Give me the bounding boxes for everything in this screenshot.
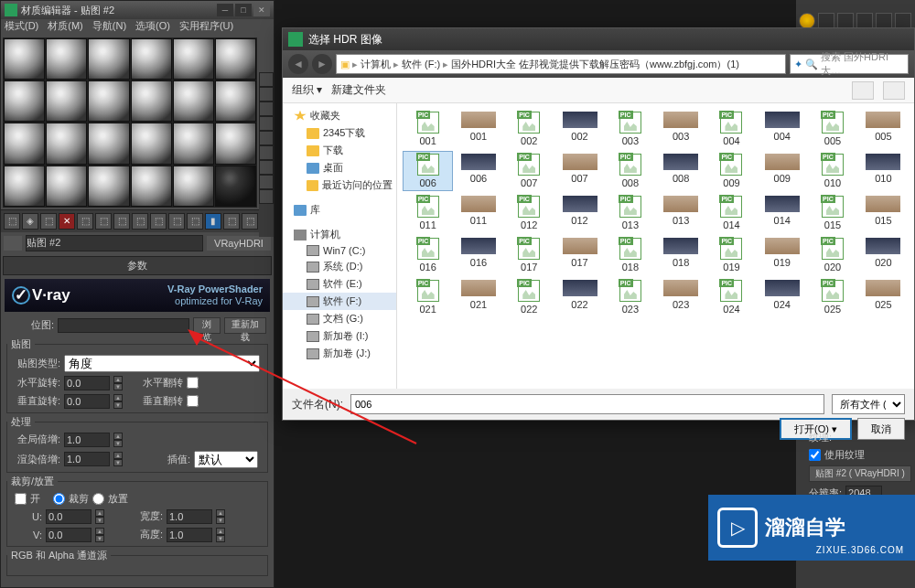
tree-favorites[interactable]: 收藏夹 [283, 107, 396, 124]
file-item[interactable]: 005 [807, 109, 857, 149]
file-item[interactable]: 023 [655, 277, 705, 317]
spin-down[interactable]: ▼ [113, 401, 123, 409]
file-item[interactable]: 014 [706, 193, 757, 233]
w-spinner[interactable]: 1.0 [167, 509, 212, 524]
side-tool[interactable] [259, 175, 274, 189]
tool-btn[interactable]: ⬚ [132, 213, 148, 230]
map-name-input[interactable] [26, 235, 203, 251]
file-item[interactable]: 024 [757, 277, 807, 317]
file-item[interactable]: 025 [807, 277, 857, 317]
file-item[interactable]: 010 [858, 151, 909, 191]
tool-btn[interactable]: ⬚ [113, 213, 130, 230]
organize-button[interactable]: 组织 ▾ [292, 82, 322, 98]
close-button[interactable]: ✕ [253, 4, 270, 16]
side-tool[interactable] [259, 102, 274, 116]
material-slot[interactable] [4, 38, 45, 80]
spin-down[interactable]: ▼ [113, 440, 123, 447]
crop-radio[interactable] [53, 493, 65, 505]
side-tool[interactable] [259, 72, 274, 87]
spin-down[interactable]: ▼ [113, 459, 123, 466]
file-item[interactable]: 018 [605, 235, 655, 275]
tree-drive-g[interactable]: 文档 (G:) [283, 310, 396, 327]
crop-on-checkbox[interactable] [15, 493, 27, 505]
file-item[interactable]: 006 [453, 151, 503, 191]
file-item[interactable]: 016 [403, 235, 453, 275]
tree-libraries[interactable]: 库 [283, 201, 396, 219]
tree-drive-d[interactable]: 系统 (D:) [283, 258, 396, 275]
tool-btn[interactable]: ⬚ [223, 213, 240, 230]
file-item[interactable]: 019 [706, 235, 757, 275]
render-spinner[interactable]: 1.0 [64, 452, 110, 466]
map-type-button[interactable]: VRayHDRI [207, 236, 271, 251]
material-slot[interactable] [215, 38, 256, 80]
file-item[interactable]: 003 [655, 109, 705, 149]
spin-up[interactable]: ▲ [113, 376, 123, 383]
material-slot[interactable] [131, 166, 172, 207]
material-slot[interactable] [46, 166, 87, 207]
map-button[interactable]: 贴图 #2 ( VRayHDRI ) [809, 465, 911, 482]
menu-mode[interactable]: 模式(D) [5, 19, 38, 36]
side-tool[interactable] [259, 189, 274, 204]
filename-input[interactable] [350, 394, 824, 414]
file-item[interactable]: 002 [504, 109, 554, 149]
side-tool[interactable] [259, 131, 274, 145]
back-button[interactable]: ◄ [288, 54, 308, 74]
material-slot[interactable] [173, 38, 214, 80]
spin-up[interactable]: ▲ [95, 509, 104, 517]
file-item[interactable]: 017 [504, 235, 554, 275]
tool-btn[interactable]: ⬚ [40, 213, 57, 230]
material-slot[interactable] [215, 80, 256, 122]
file-item[interactable]: 020 [807, 235, 857, 275]
tool-btn[interactable]: ◈ [22, 213, 38, 230]
side-tool[interactable] [259, 145, 274, 160]
fd-title-bar[interactable]: 选择 HDR 图像 [283, 28, 914, 50]
spin-down[interactable]: ▼ [95, 535, 104, 542]
mat-title-bar[interactable]: 材质编辑器 - 贴图 #2 ─ □ ✕ [1, 1, 274, 19]
search-input[interactable]: ✦ 🔍 搜索 国外HDRI大… [790, 54, 909, 74]
vrot-spinner[interactable]: 0.0 [64, 394, 110, 409]
tool-btn[interactable]: ⬚ [150, 213, 167, 230]
file-item[interactable]: 023 [605, 277, 655, 317]
file-item[interactable]: 005 [858, 109, 909, 149]
file-item[interactable]: 009 [706, 151, 757, 191]
file-item[interactable]: 003 [605, 109, 655, 149]
file-item[interactable]: 012 [554, 193, 605, 233]
side-tool[interactable] [259, 116, 274, 131]
material-slot[interactable] [88, 38, 129, 80]
material-slot[interactable] [4, 80, 45, 122]
material-slot[interactable] [131, 123, 172, 164]
material-slot[interactable] [46, 123, 87, 164]
menu-material[interactable]: 材质(M) [48, 19, 83, 36]
file-item[interactable]: 011 [453, 193, 503, 233]
file-item[interactable]: 015 [807, 193, 857, 233]
file-item[interactable]: 017 [554, 235, 605, 275]
tool-btn[interactable]: ⬚ [168, 213, 185, 230]
material-slot[interactable] [4, 166, 45, 207]
tree-drive-e[interactable]: 软件 (E:) [283, 275, 396, 293]
browse-button[interactable]: 浏览 [193, 317, 221, 334]
spin-down[interactable]: ▼ [216, 535, 225, 542]
file-item[interactable]: 022 [554, 277, 605, 317]
file-item[interactable]: 006 [403, 151, 453, 191]
tool-btn[interactable]: ⬚ [187, 213, 203, 230]
file-item[interactable]: 008 [655, 151, 705, 191]
spin-up[interactable]: ▲ [216, 528, 225, 535]
file-item[interactable]: 008 [605, 151, 655, 191]
delete-button[interactable]: ✕ [59, 213, 75, 230]
v-spinner[interactable]: 0.0 [46, 528, 92, 542]
material-slot[interactable] [131, 38, 172, 80]
file-item[interactable]: 004 [706, 109, 757, 149]
tree-drive-j[interactable]: 新加卷 (J:) [283, 345, 396, 362]
side-tool[interactable] [259, 87, 274, 102]
file-item[interactable]: 018 [655, 235, 705, 275]
file-item[interactable]: 001 [453, 109, 503, 149]
forward-button[interactable]: ► [312, 54, 332, 74]
file-item[interactable]: 025 [858, 277, 909, 317]
overall-spinner[interactable]: 1.0 [64, 433, 110, 447]
file-item[interactable]: 011 [403, 193, 453, 233]
breadcrumb[interactable]: ▣▸ 计算机▸ 软件 (F:)▸ 国外HDRI大全 佐邦视觉提供下载解压密码（w… [336, 54, 786, 74]
tree-drive-i[interactable]: 新加卷 (I:) [283, 327, 396, 345]
file-item[interactable]: 010 [807, 151, 857, 191]
filter-select[interactable]: 所有文件 (*.*) [832, 394, 905, 414]
material-slot[interactable] [215, 123, 256, 164]
